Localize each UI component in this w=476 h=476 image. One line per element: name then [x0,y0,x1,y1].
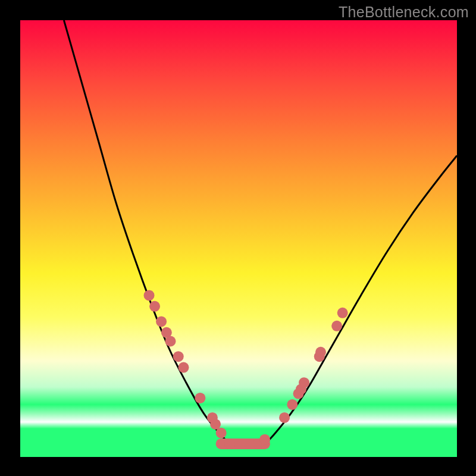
marker-point-left [178,362,189,373]
marker-point-left [149,301,160,312]
marker-point-right [337,308,348,318]
marker-point-left [144,290,155,300]
marker-point-left [224,439,235,449]
marker-point-right [259,434,270,445]
marker-point-left [195,393,205,403]
marker-point-right [287,399,298,410]
marker-point-right [299,377,309,388]
marker-point-left [156,316,167,327]
marker-point-right [279,412,290,423]
marker-point-right [315,347,326,358]
curve-left [64,20,230,444]
watermark-text: TheBottleneck.com [339,4,469,21]
chart-svg [20,20,457,457]
marker-point-left [216,428,227,439]
marker-point-left [165,336,176,346]
plot-area [20,20,457,457]
marker-point-right [331,321,342,331]
chart-canvas: TheBottleneck.com [0,0,476,476]
marker-point-left [173,351,184,362]
